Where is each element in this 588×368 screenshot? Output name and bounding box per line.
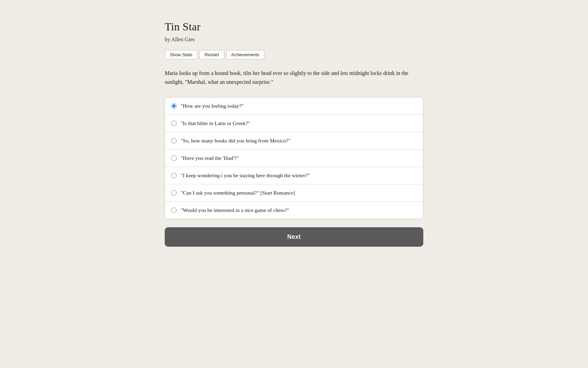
next-button[interactable]: Next bbox=[165, 227, 423, 247]
radio-choice4[interactable] bbox=[171, 155, 177, 161]
choice-label-6: "Can I ask you something personal?" [Sta… bbox=[181, 190, 295, 196]
choice-label-4: "Have you read the 'Iliad'?" bbox=[181, 155, 239, 161]
list-item[interactable]: "Is that bible in Latin or Greek?" bbox=[165, 115, 423, 132]
game-author: by Allen Gies bbox=[165, 36, 423, 43]
page-container: Tin Star by Allen Gies Show Stats Restar… bbox=[165, 14, 423, 354]
game-title: Tin Star bbox=[165, 20, 423, 33]
show-stats-button[interactable]: Show Stats bbox=[165, 50, 197, 59]
radio-choice2[interactable] bbox=[171, 121, 177, 126]
choice-label-1: "How are you feeling today?" bbox=[181, 103, 244, 109]
choice-label-2: "Is that bible in Latin or Greek?" bbox=[181, 120, 250, 126]
list-item[interactable]: "So, how many books did you bring from M… bbox=[165, 132, 423, 150]
achievements-button[interactable]: Achievements bbox=[226, 50, 264, 59]
restart-button[interactable]: Restart bbox=[199, 50, 224, 59]
radio-choice1[interactable] bbox=[171, 103, 177, 109]
radio-choice6[interactable] bbox=[171, 190, 177, 196]
choice-label-5: "I keep wondering i you be staying here … bbox=[181, 172, 310, 179]
radio-choice3[interactable] bbox=[171, 138, 177, 143]
choice-label-3: "So, how many books did you bring from M… bbox=[181, 138, 291, 144]
choice-label-7: "Would you be interested in a nice game … bbox=[181, 207, 289, 213]
radio-choice7[interactable] bbox=[171, 208, 177, 213]
list-item[interactable]: "Have you read the 'Iliad'?" bbox=[165, 150, 423, 167]
toolbar: Show Stats Restart Achievements bbox=[165, 50, 423, 59]
list-item[interactable]: "Would you be interested in a nice game … bbox=[165, 202, 423, 219]
list-item[interactable]: "I keep wondering i you be staying here … bbox=[165, 167, 423, 184]
list-item[interactable]: "How are you feeling today?" bbox=[165, 97, 423, 115]
narrative-text: Maria looks up from a bound book, tilts … bbox=[165, 69, 413, 87]
choices-container: "How are you feeling today?""Is that bib… bbox=[165, 97, 423, 219]
radio-choice5[interactable] bbox=[171, 173, 177, 178]
list-item[interactable]: "Can I ask you something personal?" [Sta… bbox=[165, 184, 423, 202]
